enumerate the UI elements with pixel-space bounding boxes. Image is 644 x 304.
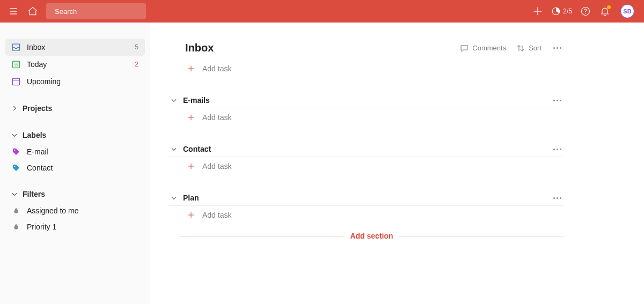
sidebar-item-today[interactable]: 25 Today 2 bbox=[5, 56, 145, 73]
productivity-button[interactable]: 2/5 bbox=[549, 6, 574, 16]
group-label: Labels bbox=[23, 131, 46, 139]
notification-dot-icon bbox=[607, 5, 611, 9]
hamburger-icon bbox=[8, 6, 19, 17]
section-header: E-mails bbox=[169, 94, 564, 108]
search-input[interactable] bbox=[55, 8, 145, 16]
sidebar-item-upcoming[interactable]: Upcoming bbox=[5, 73, 145, 90]
sidebar-filter-assigned[interactable]: Assigned to me bbox=[5, 203, 145, 219]
sidebar-group-projects[interactable]: Projects bbox=[5, 100, 145, 117]
help-button[interactable] bbox=[577, 3, 594, 19]
sidebar-item-label: Today bbox=[27, 60, 47, 69]
add-task-button[interactable]: Add task bbox=[180, 206, 564, 224]
comments-button[interactable]: Comments bbox=[459, 43, 506, 53]
main-content: Inbox Comments Sort Add t bbox=[150, 23, 590, 304]
view-more-button[interactable] bbox=[551, 45, 564, 51]
tag-icon bbox=[11, 162, 21, 173]
chevron-down-icon bbox=[170, 145, 178, 153]
svg-point-21 bbox=[14, 166, 15, 167]
add-task-label: Add task bbox=[202, 162, 231, 170]
filter-text: Assigned to me bbox=[27, 206, 79, 215]
sidebar-item-label: Upcoming bbox=[27, 77, 61, 86]
sidebar-filter-priority1[interactable]: Priority 1 bbox=[5, 219, 145, 235]
progress-pie-icon bbox=[551, 6, 561, 16]
add-task-button[interactable]: Add task bbox=[180, 60, 564, 78]
home-button[interactable] bbox=[25, 3, 41, 19]
search-box[interactable] bbox=[46, 3, 146, 19]
divider-line bbox=[399, 236, 564, 236]
home-icon bbox=[27, 6, 38, 17]
sidebar-item-inbox[interactable]: Inbox 5 bbox=[5, 39, 145, 56]
notifications-button[interactable] bbox=[597, 3, 613, 19]
collapse-toggle[interactable] bbox=[169, 145, 179, 153]
plus-icon bbox=[186, 210, 196, 220]
topbar-left bbox=[5, 3, 146, 19]
svg-rect-13 bbox=[12, 78, 19, 85]
add-task-label: Add task bbox=[202, 211, 231, 219]
quick-add-button[interactable] bbox=[530, 3, 546, 19]
sort-label: Sort bbox=[529, 44, 541, 52]
topbar-right: 2/5 SB bbox=[530, 3, 634, 19]
progress-text: 2/5 bbox=[563, 8, 572, 15]
topbar: 2/5 SB bbox=[0, 0, 644, 23]
plus-icon bbox=[186, 64, 196, 73]
plus-icon bbox=[186, 161, 196, 171]
chevron-right-icon bbox=[11, 105, 18, 112]
group-label: Filters bbox=[23, 190, 45, 198]
chevron-down-icon bbox=[11, 131, 18, 139]
section-header: Contact bbox=[169, 143, 564, 157]
section-title[interactable]: Plan bbox=[183, 194, 199, 202]
section-title[interactable]: Contact bbox=[183, 145, 211, 153]
page-title: Inbox bbox=[185, 42, 214, 54]
section-more-button[interactable] bbox=[551, 146, 564, 152]
section-more-button[interactable] bbox=[551, 195, 564, 201]
sort-button[interactable]: Sort bbox=[516, 43, 541, 53]
tag-icon bbox=[11, 146, 21, 157]
svg-text:25: 25 bbox=[14, 63, 18, 67]
inbox-icon bbox=[11, 42, 21, 53]
group-label: Projects bbox=[23, 104, 52, 113]
sidebar-label-email[interactable]: E-mail bbox=[5, 144, 145, 160]
view-header: Inbox Comments Sort bbox=[180, 42, 564, 54]
avatar-button[interactable]: SB bbox=[620, 4, 634, 18]
sidebar-item-label: Inbox bbox=[27, 43, 45, 51]
sidebar-label-contact[interactable]: Contact bbox=[5, 160, 145, 176]
chevron-down-icon bbox=[170, 194, 178, 202]
section-title[interactable]: E-mails bbox=[183, 96, 210, 105]
menu-button[interactable] bbox=[5, 3, 21, 19]
sidebar-group-labels[interactable]: Labels bbox=[5, 127, 145, 144]
add-section-button[interactable]: Add section bbox=[180, 232, 564, 240]
section-header: Plan bbox=[169, 191, 564, 206]
plus-icon bbox=[186, 113, 196, 122]
main-scroll-area[interactable]: Inbox Comments Sort Add t bbox=[150, 23, 644, 304]
collapse-toggle[interactable] bbox=[169, 194, 179, 202]
sidebar-item-count: 5 bbox=[135, 43, 138, 51]
droplet-icon bbox=[11, 205, 21, 216]
add-section-label: Add section bbox=[350, 232, 393, 240]
section-plan: Plan Add task bbox=[180, 191, 564, 224]
section-emails: E-mails Add task bbox=[180, 94, 564, 127]
collapse-toggle[interactable] bbox=[169, 97, 179, 104]
label-text: E-mail bbox=[27, 147, 48, 156]
add-task-button[interactable]: Add task bbox=[180, 157, 564, 175]
sidebar-item-count: 2 bbox=[135, 61, 138, 68]
add-task-button[interactable]: Add task bbox=[180, 108, 564, 127]
add-task-label: Add task bbox=[202, 113, 231, 122]
calendar-upcoming-icon bbox=[11, 76, 21, 87]
comment-icon bbox=[459, 43, 469, 53]
chevron-down-icon bbox=[11, 190, 18, 198]
sort-icon bbox=[516, 43, 525, 53]
plus-icon bbox=[532, 5, 544, 17]
label-text: Contact bbox=[27, 164, 53, 172]
svg-point-9 bbox=[585, 13, 586, 14]
divider-line bbox=[180, 236, 345, 236]
help-icon bbox=[580, 6, 591, 17]
add-task-label: Add task bbox=[202, 64, 231, 73]
svg-point-20 bbox=[14, 150, 15, 151]
sidebar-group-filters[interactable]: Filters bbox=[5, 186, 145, 203]
comments-label: Comments bbox=[472, 44, 506, 52]
view-actions: Comments Sort bbox=[459, 43, 564, 53]
calendar-today-icon: 25 bbox=[11, 59, 21, 70]
section-more-button[interactable] bbox=[551, 98, 564, 103]
droplet-icon bbox=[11, 221, 21, 232]
section-contact: Contact Add task bbox=[180, 143, 564, 175]
